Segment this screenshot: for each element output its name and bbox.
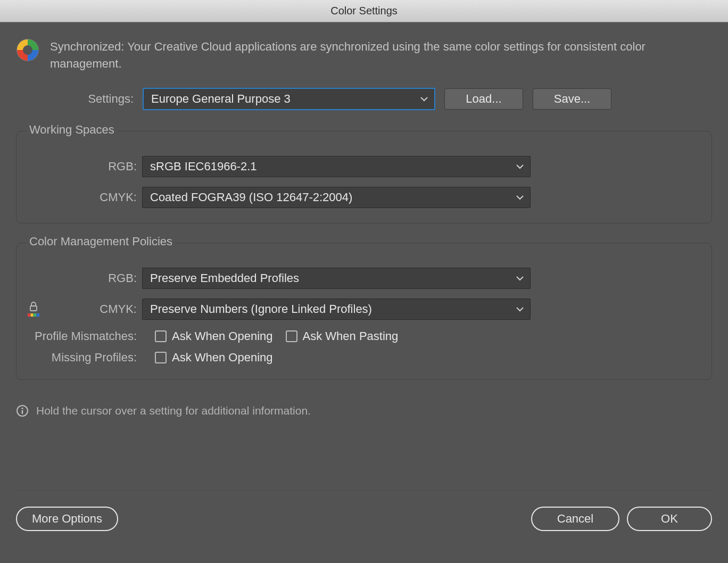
profile-mismatches-row: Profile Mismatches: Ask When Opening Ask… bbox=[31, 329, 697, 343]
pol-rgb-value: Preserve Embedded Profiles bbox=[150, 271, 299, 285]
ask-open-mismatch-group: Ask When Opening bbox=[155, 329, 273, 343]
save-button-label: Save... bbox=[554, 92, 590, 106]
more-options-button[interactable]: More Options bbox=[16, 507, 118, 531]
more-options-label: More Options bbox=[32, 512, 102, 526]
ask-open-missing-label: Ask When Opening bbox=[172, 351, 273, 365]
footer-right: Cancel OK bbox=[531, 507, 712, 531]
color-strip-icon bbox=[28, 313, 39, 317]
color-policies-legend: Color Management Policies bbox=[26, 235, 176, 249]
lock-icon bbox=[28, 301, 39, 312]
ask-open-mismatch-checkbox[interactable] bbox=[155, 330, 167, 342]
working-spaces-group: Working Spaces RGB: sRGB IEC61966-2.1 CM… bbox=[16, 131, 712, 223]
ws-rgb-dropdown[interactable]: sRGB IEC61966-2.1 bbox=[142, 156, 531, 177]
svg-point-1 bbox=[23, 45, 32, 55]
missing-label: Missing Profiles: bbox=[31, 351, 142, 365]
svg-rect-2 bbox=[30, 306, 37, 311]
sync-status-icon bbox=[16, 38, 39, 62]
load-button[interactable]: Load... bbox=[444, 88, 523, 110]
ws-rgb-value: sRGB IEC61966-2.1 bbox=[150, 160, 257, 173]
mismatch-label: Profile Mismatches: bbox=[31, 329, 142, 343]
pol-cmyk-row: CMYK: Preserve Numbers (Ignore Linked Pr… bbox=[31, 299, 697, 320]
settings-value: Europe General Purpose 3 bbox=[151, 92, 291, 106]
pol-cmyk-dropdown[interactable]: Preserve Numbers (Ignore Linked Profiles… bbox=[142, 299, 531, 320]
ok-label: OK bbox=[661, 512, 678, 526]
info-row: Hold the cursor over a setting for addit… bbox=[16, 404, 712, 417]
dialog-body: Synchronized: Your Creative Cloud applic… bbox=[0, 22, 728, 491]
load-button-label: Load... bbox=[466, 92, 501, 106]
cancel-button[interactable]: Cancel bbox=[531, 507, 619, 531]
ask-open-mismatch-label: Ask When Opening bbox=[172, 329, 273, 343]
color-policies-group: Color Management Policies RGB: Preserve … bbox=[16, 243, 712, 380]
cancel-label: Cancel bbox=[557, 512, 593, 526]
ws-cmyk-label: CMYK: bbox=[31, 191, 142, 204]
pol-cmyk-label: CMYK: bbox=[31, 302, 142, 316]
svg-rect-9 bbox=[22, 410, 23, 414]
ask-open-missing-checkbox[interactable] bbox=[155, 352, 167, 363]
chevron-down-icon bbox=[420, 96, 428, 102]
chevron-down-icon bbox=[516, 276, 524, 281]
ask-paste-mismatch-group: Ask When Pasting bbox=[286, 329, 399, 343]
titlebar: Color Settings bbox=[0, 0, 728, 22]
pol-rgb-label: RGB: bbox=[31, 271, 142, 285]
ws-rgb-row: RGB: sRGB IEC61966-2.1 bbox=[31, 156, 697, 177]
sync-status-text: Synchronized: Your Creative Cloud applic… bbox=[50, 38, 667, 72]
ask-open-missing-group: Ask When Opening bbox=[155, 351, 273, 365]
working-spaces-legend: Working Spaces bbox=[26, 123, 118, 137]
ws-cmyk-row: CMYK: Coated FOGRA39 (ISO 12647-2:2004) bbox=[31, 187, 697, 208]
pol-rgb-dropdown[interactable]: Preserve Embedded Profiles bbox=[142, 268, 531, 289]
svg-point-8 bbox=[21, 408, 23, 409]
color-settings-dialog: Color Settings Synchronized: Your Creati… bbox=[0, 0, 728, 563]
ws-cmyk-value: Coated FOGRA39 (ISO 12647-2:2004) bbox=[150, 191, 352, 204]
svg-rect-4 bbox=[31, 313, 34, 317]
info-icon bbox=[16, 404, 29, 417]
ask-paste-mismatch-checkbox[interactable] bbox=[286, 330, 297, 342]
ask-paste-mismatch-label: Ask When Pasting bbox=[303, 329, 399, 343]
chevron-down-icon bbox=[516, 164, 524, 169]
missing-profiles-row: Missing Profiles: Ask When Opening bbox=[31, 351, 697, 365]
settings-label: Settings: bbox=[82, 92, 134, 106]
info-text: Hold the cursor over a setting for addit… bbox=[36, 404, 311, 417]
svg-rect-3 bbox=[28, 313, 30, 317]
window-title: Color Settings bbox=[330, 5, 398, 17]
save-button[interactable]: Save... bbox=[533, 88, 611, 110]
dialog-footer: More Options Cancel OK bbox=[0, 491, 728, 563]
pol-cmyk-value: Preserve Numbers (Ignore Linked Profiles… bbox=[150, 302, 372, 316]
settings-dropdown[interactable]: Europe General Purpose 3 bbox=[143, 88, 435, 110]
chevron-down-icon bbox=[516, 307, 524, 312]
ws-rgb-label: RGB: bbox=[31, 160, 142, 173]
lock-indicator bbox=[24, 301, 43, 317]
svg-rect-5 bbox=[34, 313, 36, 317]
sync-status-row: Synchronized: Your Creative Cloud applic… bbox=[16, 38, 712, 72]
ok-button[interactable]: OK bbox=[627, 507, 712, 531]
ws-cmyk-dropdown[interactable]: Coated FOGRA39 (ISO 12647-2:2004) bbox=[142, 187, 531, 208]
svg-rect-6 bbox=[37, 313, 40, 317]
pol-rgb-row: RGB: Preserve Embedded Profiles bbox=[31, 268, 697, 289]
chevron-down-icon bbox=[516, 195, 524, 200]
settings-row: Settings: Europe General Purpose 3 Load.… bbox=[82, 88, 712, 110]
